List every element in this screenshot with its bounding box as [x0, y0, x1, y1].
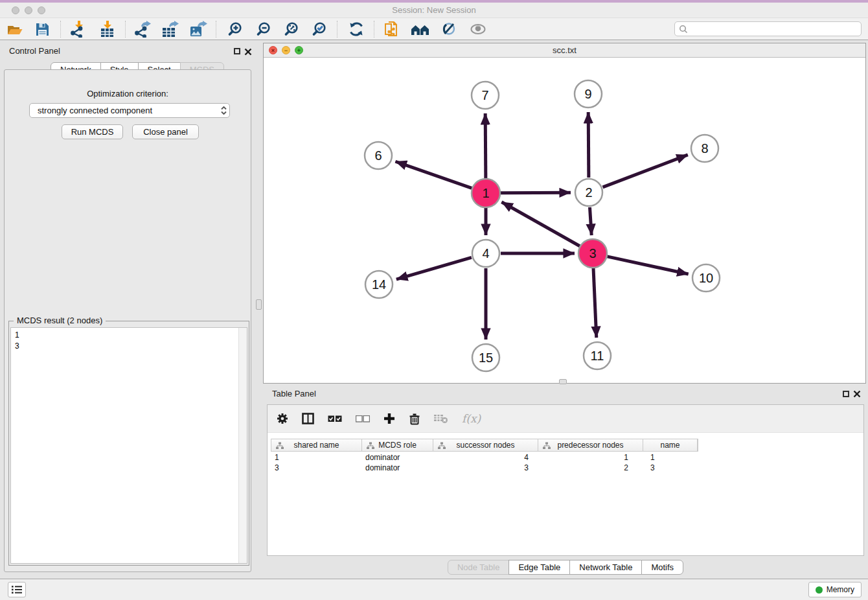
import-table-button[interactable]	[97, 19, 119, 39]
table-cell[interactable]: dominator	[361, 463, 433, 473]
horizontal-splitter-grip[interactable]	[559, 379, 567, 384]
optimization-criterion-select[interactable]: strongly connected component	[29, 103, 230, 118]
export-image-button[interactable]	[187, 19, 209, 39]
table-row[interactable]: 3dominator323	[271, 463, 697, 473]
column-header-predecessor-nodes[interactable]: predecessor nodes	[538, 439, 643, 451]
refresh-button[interactable]	[345, 19, 367, 39]
network-canvas[interactable]: 7968124314101511	[264, 58, 865, 384]
zoom-window-button[interactable]	[38, 6, 45, 14]
toolbar-separator	[216, 21, 216, 38]
vertical-splitter-grip[interactable]	[256, 299, 262, 310]
table-cell[interactable]: 2	[538, 463, 643, 473]
graph-node-4[interactable]: 4	[472, 240, 499, 267]
graph-edge-3-1[interactable]	[501, 202, 580, 246]
column-header-successor-nodes[interactable]: successor nodes	[433, 439, 538, 451]
zoom-out-button[interactable]	[253, 19, 275, 39]
column-header-shared-name[interactable]: shared name	[271, 439, 362, 451]
graph-edge-2-3[interactable]	[589, 207, 591, 235]
clone-network-button[interactable]	[381, 19, 403, 39]
graph-node-label: 1	[482, 186, 489, 200]
zoom-fit-button[interactable]	[280, 19, 303, 39]
result-scrollbar[interactable]	[238, 328, 247, 563]
graph-node-15[interactable]: 15	[472, 344, 499, 371]
function-builder-button[interactable]: f(x)	[462, 412, 481, 425]
table-cell[interactable]: 4	[433, 452, 538, 463]
graph-node-1[interactable]: 1	[472, 179, 500, 207]
graph-node-8[interactable]: 8	[691, 135, 718, 162]
column-header-MCDS-role[interactable]: MCDS role	[362, 439, 433, 451]
open-session-button[interactable]	[4, 19, 26, 39]
mcds-panel: Optimization criterion: strongly connect…	[4, 69, 251, 572]
attribute-icon	[276, 442, 284, 450]
home-button[interactable]	[409, 19, 431, 39]
tab-edge-table[interactable]: Edge Table	[508, 560, 570, 575]
graph-node-7[interactable]: 7	[472, 82, 499, 109]
graph-edge-3-11[interactable]	[593, 268, 597, 338]
graph-edge-1-2[interactable]	[501, 192, 571, 193]
save-session-button[interactable]	[31, 19, 53, 39]
delete-row-button[interactable]	[409, 413, 420, 425]
graph-node-6[interactable]: 6	[365, 142, 392, 169]
table-panel-float-button[interactable]	[843, 391, 849, 397]
memory-button[interactable]: Memory	[808, 582, 862, 597]
table-cell[interactable]: 1	[271, 452, 361, 463]
zoom-in-button[interactable]	[224, 19, 246, 39]
run-mcds-button[interactable]: Run MCDS	[62, 124, 123, 139]
tab-network-table[interactable]: Network Table	[569, 560, 642, 575]
close-panel-button[interactable]: Close panel	[132, 124, 199, 139]
table-cell[interactable]: 3	[271, 463, 361, 473]
tab-motifs[interactable]: Motifs	[641, 560, 683, 575]
window-controls[interactable]	[12, 6, 45, 14]
export-network-button[interactable]	[131, 19, 153, 39]
search-input[interactable]	[674, 21, 862, 36]
close-window-button[interactable]	[12, 6, 19, 14]
selected-criterion: strongly connected component	[30, 106, 218, 115]
minimize-window-button[interactable]	[25, 6, 32, 14]
network-zoom-button[interactable]: +	[295, 46, 303, 54]
home-icon	[411, 22, 430, 36]
network-close-button[interactable]: ×	[269, 46, 277, 54]
column-header-name[interactable]: name	[643, 439, 698, 451]
checked-boxes-icon	[328, 415, 342, 422]
show-columns-button[interactable]	[302, 413, 314, 424]
graph-node-9[interactable]: 9	[575, 80, 602, 108]
task-history-button[interactable]	[8, 582, 26, 597]
graph-node-2[interactable]: 2	[575, 179, 602, 206]
graph-node-11[interactable]: 11	[584, 342, 611, 369]
table-cell[interactable]: 3	[643, 463, 697, 473]
graph-edge-2-8[interactable]	[603, 155, 688, 187]
delete-table-button[interactable]	[434, 414, 448, 424]
table-cell[interactable]: 1	[643, 452, 697, 463]
graph-edge-1-7[interactable]	[485, 113, 486, 178]
style-button[interactable]	[438, 19, 460, 39]
eye-button[interactable]	[467, 19, 489, 39]
network-window-titlebar[interactable]: × − + scc.txt	[264, 43, 865, 58]
table-cell[interactable]: 1	[538, 452, 643, 463]
table-cell[interactable]: dominator	[361, 452, 433, 463]
table-settings-button[interactable]	[277, 413, 288, 424]
graph-edge-1-6[interactable]	[395, 161, 472, 188]
control-panel-close-button[interactable]	[244, 48, 252, 56]
titlebar[interactable]: Session: New Session	[0, 3, 868, 17]
export-table-button[interactable]	[159, 19, 181, 39]
graph-node-10[interactable]: 10	[692, 264, 720, 292]
graph-edge-4-14[interactable]	[396, 257, 472, 279]
table-toolbar: f(x)	[268, 405, 863, 433]
zoom-in-icon	[227, 21, 243, 37]
graph-edge-2-9[interactable]	[588, 112, 589, 178]
network-minimize-button[interactable]: −	[282, 46, 290, 54]
table-row[interactable]: 1dominator411	[271, 452, 697, 463]
import-network-button[interactable]	[67, 19, 89, 39]
table-cell[interactable]: 3	[433, 463, 538, 473]
table-panel-close-button[interactable]	[853, 390, 861, 398]
graph-node-3[interactable]: 3	[578, 239, 607, 268]
zoom-selected-button[interactable]	[308, 19, 330, 39]
mcds-result-text[interactable]: 13	[10, 327, 247, 564]
add-row-button[interactable]	[383, 413, 395, 424]
tab-node-table[interactable]: Node Table	[448, 560, 510, 575]
select-all-button[interactable]	[328, 415, 342, 422]
deselect-all-button[interactable]	[356, 415, 370, 422]
control-panel-float-button[interactable]	[234, 48, 240, 54]
graph-node-14[interactable]: 14	[365, 271, 393, 298]
graph-edge-3-10[interactable]	[607, 257, 688, 274]
